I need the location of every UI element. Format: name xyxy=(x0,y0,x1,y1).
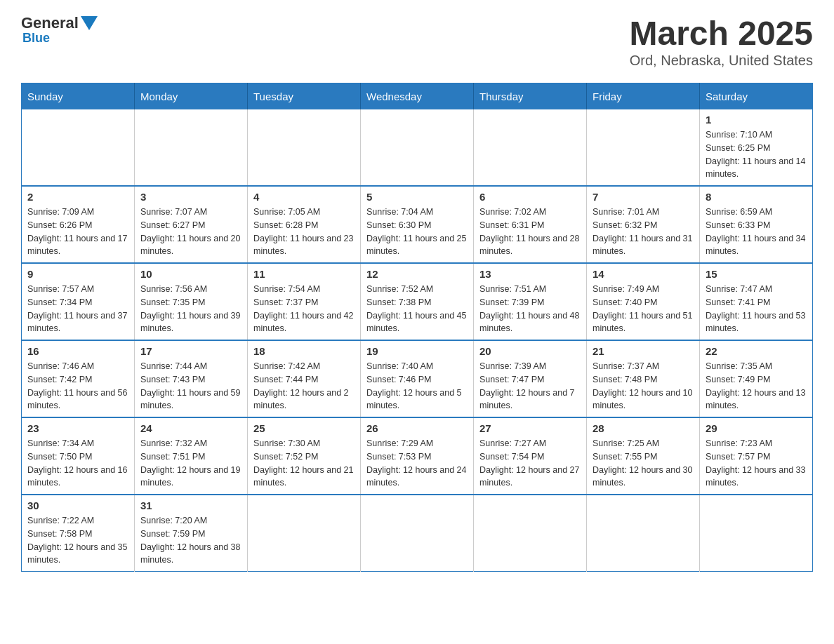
day-number: 23 xyxy=(27,422,128,434)
logo-triangle-icon xyxy=(81,16,98,30)
calendar-cell: 3Sunrise: 7:07 AM Sunset: 6:27 PM Daylig… xyxy=(135,186,248,263)
day-info: Sunrise: 7:46 AM Sunset: 7:42 PM Dayligh… xyxy=(27,360,128,412)
day-number: 29 xyxy=(706,422,807,434)
calendar-cell xyxy=(22,109,135,186)
calendar-header-monday: Monday xyxy=(135,83,248,110)
calendar-header-friday: Friday xyxy=(587,83,700,110)
calendar-cell: 11Sunrise: 7:54 AM Sunset: 7:37 PM Dayli… xyxy=(248,263,361,340)
day-number: 6 xyxy=(479,191,581,203)
calendar-cell: 23Sunrise: 7:34 AM Sunset: 7:50 PM Dayli… xyxy=(22,417,135,495)
day-info: Sunrise: 7:35 AM Sunset: 7:49 PM Dayligh… xyxy=(706,360,807,412)
calendar-week-row: 23Sunrise: 7:34 AM Sunset: 7:50 PM Dayli… xyxy=(22,417,813,495)
day-number: 27 xyxy=(479,422,581,434)
day-info: Sunrise: 7:22 AM Sunset: 7:58 PM Dayligh… xyxy=(27,514,128,567)
calendar-cell: 18Sunrise: 7:42 AM Sunset: 7:44 PM Dayli… xyxy=(248,340,361,417)
day-info: Sunrise: 7:51 AM Sunset: 7:39 PM Dayligh… xyxy=(479,283,581,335)
day-number: 12 xyxy=(366,268,468,280)
calendar-cell: 1Sunrise: 7:10 AM Sunset: 6:25 PM Daylig… xyxy=(700,109,813,186)
calendar-cell xyxy=(700,495,813,572)
day-info: Sunrise: 7:47 AM Sunset: 7:41 PM Dayligh… xyxy=(706,283,807,335)
day-number: 1 xyxy=(706,114,807,126)
calendar-header-sunday: Sunday xyxy=(22,83,135,110)
day-number: 16 xyxy=(27,345,128,357)
calendar-cell xyxy=(248,109,361,186)
calendar-cell: 21Sunrise: 7:37 AM Sunset: 7:48 PM Dayli… xyxy=(587,340,700,417)
day-info: Sunrise: 7:01 AM Sunset: 6:32 PM Dayligh… xyxy=(593,206,694,258)
calendar-cell: 27Sunrise: 7:27 AM Sunset: 7:54 PM Dayli… xyxy=(474,417,587,495)
calendar-cell: 6Sunrise: 7:02 AM Sunset: 6:31 PM Daylig… xyxy=(474,186,587,263)
day-info: Sunrise: 7:52 AM Sunset: 7:38 PM Dayligh… xyxy=(366,283,468,335)
calendar-cell xyxy=(587,109,700,186)
calendar-header-thursday: Thursday xyxy=(474,83,587,110)
day-number: 31 xyxy=(140,499,241,511)
day-info: Sunrise: 7:07 AM Sunset: 6:27 PM Dayligh… xyxy=(140,206,241,258)
day-info: Sunrise: 7:02 AM Sunset: 6:31 PM Dayligh… xyxy=(479,206,581,258)
day-info: Sunrise: 7:34 AM Sunset: 7:50 PM Dayligh… xyxy=(27,437,128,490)
calendar-cell: 25Sunrise: 7:30 AM Sunset: 7:52 PM Dayli… xyxy=(248,417,361,495)
day-info: Sunrise: 7:54 AM Sunset: 7:37 PM Dayligh… xyxy=(253,283,355,335)
day-number: 28 xyxy=(593,422,694,434)
day-number: 22 xyxy=(706,345,807,357)
calendar-cell: 26Sunrise: 7:29 AM Sunset: 7:53 PM Dayli… xyxy=(361,417,474,495)
day-number: 18 xyxy=(253,345,355,357)
day-info: Sunrise: 7:30 AM Sunset: 7:52 PM Dayligh… xyxy=(253,437,355,490)
calendar-cell: 31Sunrise: 7:20 AM Sunset: 7:59 PM Dayli… xyxy=(135,495,248,572)
calendar-header-tuesday: Tuesday xyxy=(248,83,361,110)
day-info: Sunrise: 7:09 AM Sunset: 6:26 PM Dayligh… xyxy=(27,206,128,258)
day-info: Sunrise: 7:05 AM Sunset: 6:28 PM Dayligh… xyxy=(253,206,355,258)
calendar-cell: 19Sunrise: 7:40 AM Sunset: 7:46 PM Dayli… xyxy=(361,340,474,417)
calendar-cell: 9Sunrise: 7:57 AM Sunset: 7:34 PM Daylig… xyxy=(22,263,135,340)
day-info: Sunrise: 6:59 AM Sunset: 6:33 PM Dayligh… xyxy=(706,206,807,258)
day-number: 2 xyxy=(27,191,128,203)
calendar-week-row: 16Sunrise: 7:46 AM Sunset: 7:42 PM Dayli… xyxy=(22,340,813,417)
day-number: 13 xyxy=(479,268,581,280)
day-info: Sunrise: 7:56 AM Sunset: 7:35 PM Dayligh… xyxy=(140,283,241,335)
day-info: Sunrise: 7:20 AM Sunset: 7:59 PM Dayligh… xyxy=(140,514,241,567)
day-info: Sunrise: 7:27 AM Sunset: 7:54 PM Dayligh… xyxy=(479,437,581,490)
day-number: 20 xyxy=(479,345,581,357)
calendar-header-saturday: Saturday xyxy=(700,83,813,110)
calendar-cell: 16Sunrise: 7:46 AM Sunset: 7:42 PM Dayli… xyxy=(22,340,135,417)
calendar-cell: 10Sunrise: 7:56 AM Sunset: 7:35 PM Dayli… xyxy=(135,263,248,340)
calendar-cell xyxy=(361,495,474,572)
day-info: Sunrise: 7:10 AM Sunset: 6:25 PM Dayligh… xyxy=(706,128,807,181)
calendar-cell: 20Sunrise: 7:39 AM Sunset: 7:47 PM Dayli… xyxy=(474,340,587,417)
calendar-cell: 22Sunrise: 7:35 AM Sunset: 7:49 PM Dayli… xyxy=(700,340,813,417)
subtitle: Ord, Nebraska, United States xyxy=(630,53,814,69)
calendar-cell: 12Sunrise: 7:52 AM Sunset: 7:38 PM Dayli… xyxy=(361,263,474,340)
day-number: 9 xyxy=(27,268,128,280)
calendar-week-row: 9Sunrise: 7:57 AM Sunset: 7:34 PM Daylig… xyxy=(22,263,813,340)
calendar-cell: 7Sunrise: 7:01 AM Sunset: 6:32 PM Daylig… xyxy=(587,186,700,263)
day-number: 7 xyxy=(593,191,694,203)
logo: General Blue xyxy=(21,14,98,46)
calendar-cell xyxy=(474,109,587,186)
page-header: General Blue March 2025 Ord, Nebraska, U… xyxy=(21,14,813,69)
day-number: 4 xyxy=(253,191,355,203)
day-number: 19 xyxy=(366,345,468,357)
day-number: 10 xyxy=(140,268,241,280)
day-number: 5 xyxy=(366,191,468,203)
day-info: Sunrise: 7:49 AM Sunset: 7:40 PM Dayligh… xyxy=(593,283,694,335)
calendar-cell: 29Sunrise: 7:23 AM Sunset: 7:57 PM Dayli… xyxy=(700,417,813,495)
calendar-cell: 13Sunrise: 7:51 AM Sunset: 7:39 PM Dayli… xyxy=(474,263,587,340)
logo-blue-text: Blue xyxy=(22,31,50,46)
logo-general-text: General xyxy=(21,14,79,32)
calendar-cell xyxy=(361,109,474,186)
calendar-cell: 5Sunrise: 7:04 AM Sunset: 6:30 PM Daylig… xyxy=(361,186,474,263)
calendar-header-wednesday: Wednesday xyxy=(361,83,474,110)
calendar-week-row: 1Sunrise: 7:10 AM Sunset: 6:25 PM Daylig… xyxy=(22,109,813,186)
day-number: 15 xyxy=(706,268,807,280)
day-info: Sunrise: 7:39 AM Sunset: 7:47 PM Dayligh… xyxy=(479,360,581,412)
day-info: Sunrise: 7:29 AM Sunset: 7:53 PM Dayligh… xyxy=(366,437,468,490)
day-number: 3 xyxy=(140,191,241,203)
day-info: Sunrise: 7:40 AM Sunset: 7:46 PM Dayligh… xyxy=(366,360,468,412)
day-info: Sunrise: 7:32 AM Sunset: 7:51 PM Dayligh… xyxy=(140,437,241,490)
calendar-cell xyxy=(248,495,361,572)
day-info: Sunrise: 7:57 AM Sunset: 7:34 PM Dayligh… xyxy=(27,283,128,335)
day-info: Sunrise: 7:04 AM Sunset: 6:30 PM Dayligh… xyxy=(366,206,468,258)
calendar-cell xyxy=(474,495,587,572)
day-number: 26 xyxy=(366,422,468,434)
calendar-cell: 8Sunrise: 6:59 AM Sunset: 6:33 PM Daylig… xyxy=(700,186,813,263)
calendar-cell: 14Sunrise: 7:49 AM Sunset: 7:40 PM Dayli… xyxy=(587,263,700,340)
calendar-cell xyxy=(587,495,700,572)
